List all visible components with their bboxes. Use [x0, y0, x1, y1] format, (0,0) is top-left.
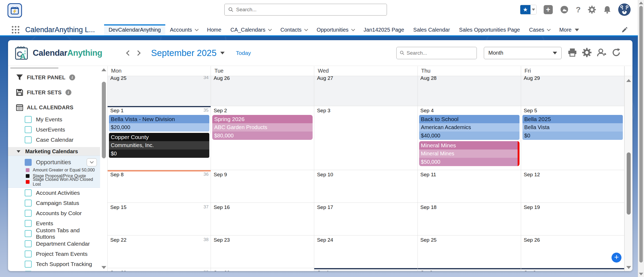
checkbox[interactable]: [25, 271, 32, 271]
global-actions-button[interactable]: +: [544, 5, 553, 14]
opportunities-options-button[interactable]: [87, 158, 97, 166]
checkbox[interactable]: [25, 116, 32, 123]
day-cell-sep-15[interactable]: Sep 1537: [108, 203, 211, 235]
group-marketing-calendars[interactable]: Marketing Calendars: [8, 147, 100, 156]
today-button[interactable]: Today: [236, 50, 251, 56]
scrollbar-thumb[interactable]: [639, 6, 643, 263]
tab-home[interactable]: Home: [203, 24, 226, 35]
calendar-item-my-events[interactable]: My Events: [8, 114, 100, 125]
global-search[interactable]: [224, 4, 387, 16]
star-icon[interactable]: ★: [520, 5, 530, 14]
day-cell-aug-26[interactable]: Aug 26: [211, 76, 314, 106]
day-cell-sep-10[interactable]: Sep 10: [314, 170, 418, 203]
tab-devcalendaranything[interactable]: DevCalendarAnything: [104, 24, 166, 35]
day-cell-oct-3[interactable]: Oct 3: [521, 268, 624, 271]
day-cell-sep-30[interactable]: Sep 30: [211, 268, 314, 271]
checkbox[interactable]: [25, 210, 32, 217]
setup-gear-icon[interactable]: [588, 5, 596, 14]
scroll-down-icon[interactable]: [101, 266, 106, 269]
event-bella-2025[interactable]: Bella 2025Bella Vista$0: [522, 115, 623, 140]
day-cell-sep-5[interactable]: Sep 5Bella 2025Bella Vista$0: [521, 106, 624, 170]
next-month-icon[interactable]: [135, 50, 141, 56]
tab-ca-calendars[interactable]: CA_Calendars: [226, 24, 276, 35]
tab-jan142025-page[interactable]: Jan142025 Page: [359, 24, 409, 35]
checkbox[interactable]: [25, 261, 32, 268]
view-select[interactable]: Month: [484, 47, 562, 59]
checkbox[interactable]: [25, 126, 32, 133]
checkbox[interactable]: [25, 250, 32, 257]
trailhead-icon[interactable]: [560, 5, 569, 14]
scroll-up-icon[interactable]: [101, 68, 106, 71]
checkbox[interactable]: [25, 230, 32, 237]
calendar-item-opportunities[interactable]: Opportunities: [8, 158, 100, 167]
refresh-icon[interactable]: [612, 48, 621, 58]
app-launcher-icon[interactable]: [12, 26, 20, 34]
edit-nav-pencil-icon[interactable]: [621, 27, 628, 35]
checkbox[interactable]: [25, 189, 32, 196]
day-cell-sep-26[interactable]: Sep 26: [521, 235, 624, 268]
tab-sales-calendar[interactable]: Sales Calendar: [409, 24, 455, 35]
calendar-item-tech-support-tracking[interactable]: Tech Support Tracking: [8, 259, 100, 269]
help-icon[interactable]: ?: [576, 5, 581, 14]
tab-more[interactable]: More: [555, 24, 584, 35]
day-cell-aug-29[interactable]: Aug 29: [521, 76, 624, 106]
checkbox[interactable]: [25, 200, 32, 207]
event-bella-vista-new-division[interactable]: Bella Vista - New Division$20,000: [109, 115, 209, 132]
share-user-icon[interactable]: [597, 48, 607, 58]
day-cell-sep-22[interactable]: Sep 2238: [108, 235, 211, 268]
checkbox[interactable]: [25, 136, 32, 143]
month-title[interactable]: September 2025: [151, 48, 217, 58]
info-icon[interactable]: i: [69, 74, 75, 80]
day-cell-sep-8[interactable]: Sep 836: [108, 170, 211, 203]
day-cell-sep-1[interactable]: Sep 135Bella Vista - New Division$20,000…: [108, 106, 211, 170]
calendar-item-project-team-events[interactable]: Project Team Events: [8, 249, 100, 259]
filter-panel-header[interactable]: FILTER PANEL i: [8, 74, 100, 81]
favorites-dropdown[interactable]: [530, 5, 536, 14]
checkbox[interactable]: [25, 220, 32, 227]
notifications-bell-icon[interactable]: [603, 5, 611, 14]
opportunities-checkbox[interactable]: [25, 159, 32, 166]
filter-sets-header[interactable]: FILTER SETS i: [8, 89, 100, 96]
browser-scrollbar[interactable]: [638, 0, 644, 277]
event-copper-county[interactable]: Copper CountyCommunities, Inc.$0: [109, 133, 209, 158]
day-cell-sep-12[interactable]: Sep 12: [521, 170, 624, 203]
tab-sales-opportunities-page[interactable]: Sales Opportunities Page: [455, 24, 525, 35]
day-cell-aug-25[interactable]: Aug 2534: [108, 76, 211, 106]
app-name[interactable]: CalendarAnything L...: [25, 26, 95, 34]
calendar-item-campaign-status[interactable]: Campaign Status: [8, 198, 100, 208]
favorites-button[interactable]: ★: [520, 5, 537, 14]
scroll-down-icon[interactable]: [626, 266, 631, 269]
day-cell-oct-1[interactable]: Oct 1: [314, 268, 418, 271]
day-cell-sep-24[interactable]: Sep 24: [314, 235, 418, 268]
grid-scrollbar[interactable]: [624, 66, 632, 271]
scrollbar-thumb[interactable]: [627, 152, 631, 215]
tab-cases[interactable]: Cases: [525, 24, 555, 35]
prev-month-icon[interactable]: [126, 50, 131, 56]
day-cell-sep-29[interactable]: Sep 2939: [108, 268, 211, 271]
month-title-caret-icon[interactable]: [220, 52, 225, 54]
day-cell-aug-28[interactable]: Aug 28: [418, 76, 521, 106]
calendar-item-accounts-by-color[interactable]: Accounts by Color: [8, 208, 100, 218]
day-cell-sep-2[interactable]: Sep 2Spring 2026ABC Garden Products$80,0…: [211, 106, 314, 170]
calendar-item-account-activities[interactable]: Account Activities: [8, 188, 100, 198]
event-back-to-school[interactable]: Back to SchoolAmerican Academics$40,000: [419, 115, 519, 140]
day-cell-sep-25[interactable]: Sep 25: [418, 235, 521, 268]
settings-gear-icon[interactable]: [582, 48, 592, 58]
calendar-item-team-pto[interactable]: Team PTO: [8, 269, 100, 271]
day-cell-sep-23[interactable]: Sep 23: [211, 235, 314, 268]
sidebar-horizontal-scrollbar[interactable]: [10, 67, 58, 69]
day-cell-sep-4[interactable]: Sep 4Back to SchoolAmerican Academics$40…: [418, 106, 521, 170]
calendar-item-custom-tabs-and-buttons[interactable]: Custom Tabs and Buttons: [8, 229, 100, 239]
tab-contacts[interactable]: Contacts: [276, 24, 312, 35]
event-mineral-mines[interactable]: Mineral MinesMineral Mines$50,000: [419, 141, 519, 166]
scroll-up-icon[interactable]: [626, 79, 631, 82]
day-cell-sep-3[interactable]: Sep 3: [314, 106, 418, 170]
calendar-item-department-calendar[interactable]: Department Calendar: [8, 239, 100, 249]
calendar-search[interactable]: [396, 47, 477, 59]
sidebar-scrollbar[interactable]: [100, 66, 107, 271]
day-cell-sep-9[interactable]: Sep 9: [211, 170, 314, 203]
scroll-down-icon[interactable]: [639, 273, 643, 275]
day-cell-sep-11[interactable]: Sep 11: [418, 170, 521, 203]
checkbox[interactable]: [25, 240, 32, 247]
tab-opportunities[interactable]: Opportunities: [312, 24, 359, 35]
